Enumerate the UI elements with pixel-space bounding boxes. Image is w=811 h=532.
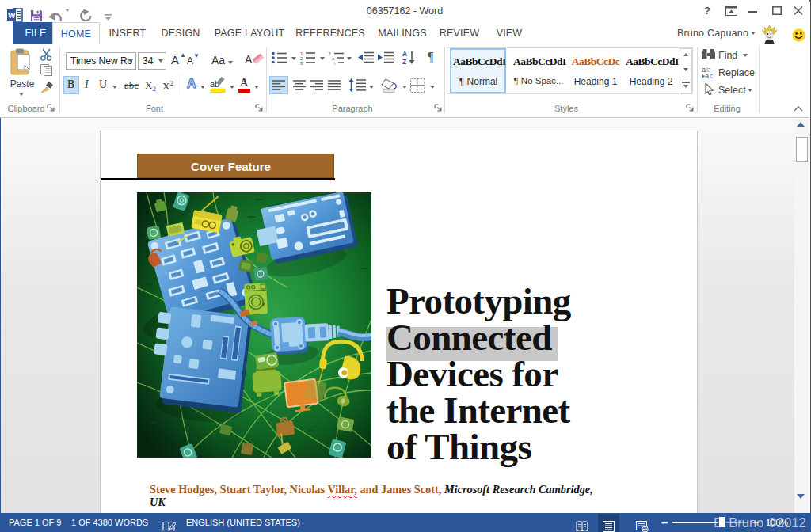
svg-text:A: A (402, 50, 407, 58)
svg-text:3: 3 (300, 61, 303, 66)
svg-text:c: c (710, 72, 714, 79)
svg-text:A: A (245, 53, 253, 66)
svg-text:Z: Z (402, 58, 406, 65)
svg-text:a: a (705, 72, 709, 79)
svg-text:i: i (334, 61, 335, 66)
